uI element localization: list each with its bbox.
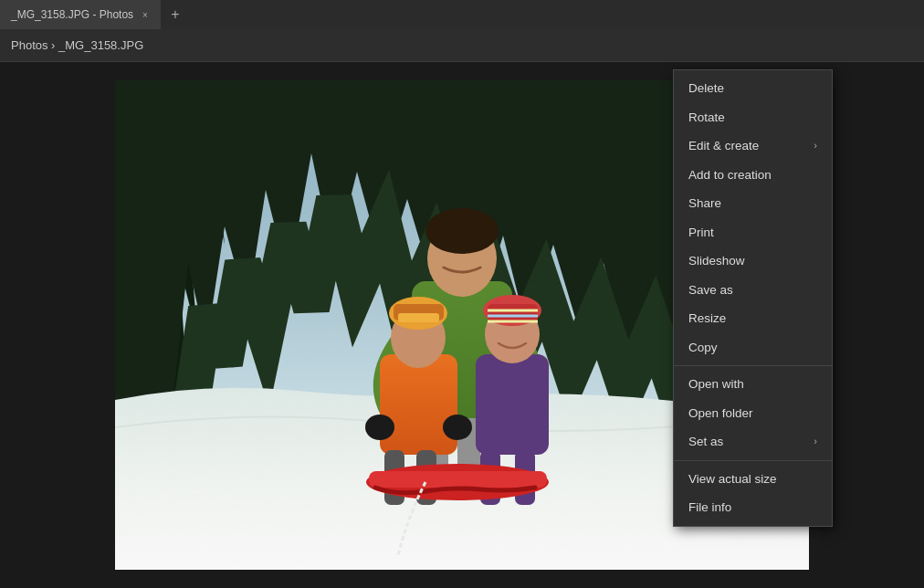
menu-item-label-view-actual-size: View actual size <box>688 473 777 486</box>
menu-item-label-edit-create: Edit & create <box>688 140 759 152</box>
menu-item-label-add-to-creation: Add to creation <box>688 169 772 182</box>
menu-item-set-as[interactable]: Set as› <box>674 427 832 457</box>
menu-item-label-set-as: Set as <box>688 436 723 448</box>
menu-item-label-save-as: Save as <box>688 284 733 297</box>
menu-item-label-file-info: File info <box>688 501 731 514</box>
menu-item-resize[interactable]: Resize <box>674 304 832 333</box>
svg-rect-29 <box>369 471 547 488</box>
new-tab-button[interactable]: + <box>161 0 190 29</box>
breadcrumb-bar: Photos › _MG_3158.JPG <box>0 29 924 62</box>
menu-item-label-delete: Delete <box>688 82 724 95</box>
svg-rect-22 <box>488 304 538 322</box>
menu-item-rotate[interactable]: Rotate <box>674 103 832 132</box>
menu-item-share[interactable]: Share <box>674 189 832 218</box>
menu-item-copy[interactable]: Copy <box>674 333 832 362</box>
menu-item-label-print: Print <box>688 226 714 239</box>
menu-item-slideshow[interactable]: Slideshow <box>674 247 832 276</box>
title-bar: _MG_3158.JPG - Photos × + <box>0 0 924 29</box>
active-tab[interactable]: _MG_3158.JPG - Photos × <box>0 0 161 29</box>
menu-item-open-folder[interactable]: Open folder <box>674 399 832 428</box>
menu-item-print[interactable]: Print <box>674 218 832 247</box>
tab-area: _MG_3158.JPG - Photos × + <box>0 0 190 29</box>
menu-item-label-open-folder: Open folder <box>688 407 753 420</box>
menu-item-save-as[interactable]: Save as <box>674 276 832 305</box>
menu-item-open-with[interactable]: Open with <box>674 370 832 399</box>
menu-item-delete[interactable]: Delete <box>674 74 832 103</box>
menu-item-arrow-edit-create: › <box>814 141 817 151</box>
main-content: DeleteRotateEdit & create›Add to creatio… <box>0 62 924 588</box>
menu-item-label-open-with: Open with <box>688 378 744 391</box>
menu-item-label-share: Share <box>688 197 721 210</box>
svg-point-18 <box>443 415 472 440</box>
menu-item-arrow-set-as: › <box>814 436 817 446</box>
menu-item-label-resize: Resize <box>688 312 726 325</box>
menu-item-label-slideshow: Slideshow <box>688 255 745 268</box>
svg-point-17 <box>365 415 394 440</box>
menu-item-label-copy: Copy <box>688 341 718 354</box>
breadcrumb: Photos › _MG_3158.JPG <box>11 38 143 52</box>
menu-item-file-info[interactable]: File info <box>674 493 832 522</box>
menu-divider <box>674 460 832 461</box>
svg-rect-14 <box>398 313 439 322</box>
svg-point-9 <box>425 208 499 254</box>
svg-rect-10 <box>380 354 457 455</box>
menu-item-add-to-creation[interactable]: Add to creation <box>674 161 832 190</box>
context-menu: DeleteRotateEdit & create›Add to creatio… <box>673 69 833 527</box>
tab-label: _MG_3158.JPG - Photos <box>11 8 133 21</box>
menu-item-label-rotate: Rotate <box>688 111 725 124</box>
menu-divider <box>674 365 832 366</box>
photo-container: DeleteRotateEdit & create›Add to creatio… <box>0 62 924 588</box>
tab-close-button[interactable]: × <box>141 8 150 22</box>
menu-item-view-actual-size[interactable]: View actual size <box>674 465 832 494</box>
menu-item-edit-create[interactable]: Edit & create› <box>674 131 832 161</box>
svg-rect-19 <box>476 354 549 455</box>
